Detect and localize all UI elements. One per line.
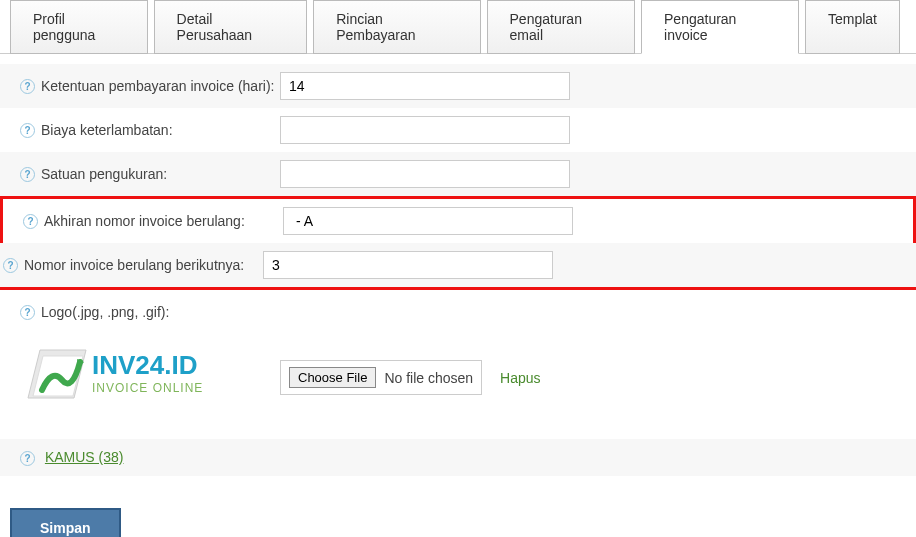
choose-file-button[interactable]: Choose File xyxy=(289,367,376,388)
row-nomor: ? Nomor invoice berulang berikutnya: xyxy=(0,243,916,287)
help-icon[interactable]: ? xyxy=(20,305,35,320)
logo-brand-text: INV24.ID xyxy=(92,350,198,380)
label-ketentuan: Ketentuan pembayaran invoice (hari): xyxy=(41,78,274,94)
settings-tabs: Profil pengguna Detail Perusahaan Rincia… xyxy=(0,0,916,54)
kamus-link[interactable]: KAMUS (38) xyxy=(45,449,124,465)
row-kamus: ? KAMUS (38) xyxy=(0,439,916,476)
help-icon[interactable]: ? xyxy=(20,79,35,94)
label-nomor: Nomor invoice berulang berikutnya: xyxy=(24,257,244,273)
file-status: No file chosen xyxy=(384,370,473,386)
help-icon[interactable]: ? xyxy=(3,258,18,273)
input-satuan[interactable] xyxy=(280,160,570,188)
save-button[interactable]: Simpan xyxy=(10,508,121,537)
logo-area: INV24.ID INVOICE ONLINE Choose File No f… xyxy=(20,336,896,419)
input-akhiran[interactable] xyxy=(283,207,573,235)
input-nomor[interactable] xyxy=(263,251,553,279)
row-satuan: ? Satuan pengukuran: xyxy=(0,152,916,196)
label-logo: Logo(.jpg, .png, .gif): xyxy=(41,304,169,320)
tab-email[interactable]: Pengaturan email xyxy=(487,0,635,54)
highlight-recurring-section: ? Akhiran nomor invoice berulang: ? Nomo… xyxy=(0,196,916,290)
help-icon[interactable]: ? xyxy=(23,214,38,229)
tab-company[interactable]: Detail Perusahaan xyxy=(154,0,308,54)
row-biaya: ? Biaya keterlambatan: xyxy=(20,108,896,152)
input-ketentuan[interactable] xyxy=(280,72,570,100)
tab-payment[interactable]: Rincian Pembayaran xyxy=(313,0,480,54)
row-ketentuan: ? Ketentuan pembayaran invoice (hari): xyxy=(0,64,916,108)
label-satuan: Satuan pengukuran: xyxy=(41,166,167,182)
label-biaya: Biaya keterlambatan: xyxy=(41,122,173,138)
help-icon[interactable]: ? xyxy=(20,167,35,182)
help-icon[interactable]: ? xyxy=(20,123,35,138)
label-akhiran: Akhiran nomor invoice berulang: xyxy=(44,213,245,229)
tab-invoice-settings[interactable]: Pengaturan invoice xyxy=(641,0,799,54)
tab-profile[interactable]: Profil pengguna xyxy=(10,0,148,54)
row-akhiran: ? Akhiran nomor invoice berulang: xyxy=(3,199,913,243)
logo-preview: INV24.ID INVOICE ONLINE xyxy=(20,336,280,419)
help-icon[interactable]: ? xyxy=(20,451,35,466)
tab-content: ? Ketentuan pembayaran invoice (hari): ?… xyxy=(0,54,916,496)
file-input-wrap[interactable]: Choose File No file chosen xyxy=(280,360,482,395)
input-biaya[interactable] xyxy=(280,116,570,144)
row-logo-label: ? Logo(.jpg, .png, .gif): xyxy=(20,290,896,326)
hapus-link[interactable]: Hapus xyxy=(500,370,540,386)
tab-template[interactable]: Templat xyxy=(805,0,900,54)
logo-tagline-text: INVOICE ONLINE xyxy=(92,381,203,395)
